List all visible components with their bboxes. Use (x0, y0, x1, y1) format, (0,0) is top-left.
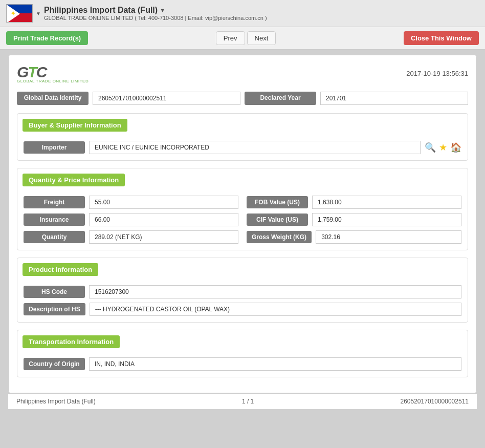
buyer-supplier-section: Buyer & Supplier Information Importer EU… (17, 113, 468, 161)
flag-dropdown-arrow[interactable]: ▼ (36, 11, 41, 16)
importer-icons: 🔍 ★ 🏠 (425, 142, 461, 153)
country-of-origin-row: Country of Origin IN, IND, INDIA (24, 357, 461, 371)
transportation-section-title: Transportation Information (23, 335, 120, 348)
global-data-identity-value: 26052017010000002511 (93, 92, 240, 105)
importer-label: Importer (24, 141, 85, 154)
quantity-price-body: Freight 55.00 FOB Value (US) 1,638.00 In… (17, 191, 468, 250)
declared-year-label: Declared Year (245, 92, 316, 105)
hs-code-value: 1516207300 (89, 285, 461, 298)
title-dropdown-arrow[interactable]: ▼ (160, 7, 165, 13)
toolbar: Print Trade Record(s) Prev Next Close Th… (0, 27, 485, 50)
cif-value: 1,759.00 (312, 213, 461, 226)
insurance-value: 66.00 (89, 213, 238, 226)
gross-weight-value: 302.16 (316, 230, 461, 244)
company-logo: GTC (17, 63, 46, 81)
identity-row: Global Data Identity 2605201701000000251… (17, 92, 468, 105)
transportation-body: Country of Origin IN, IND, INDIA (17, 353, 468, 377)
importer-value: EUNICE INC / EUNICE INCORPORATED (89, 141, 421, 154)
record-footer: Philippines Import Data (Full) 1 / 1 260… (8, 393, 477, 409)
logo-area: GTC GLOBAL TRADE ONLINE LIMITED (17, 63, 89, 83)
hs-code-row: HS Code 1516207300 (24, 285, 461, 298)
gross-weight-label: Gross Weight (KG) (247, 231, 312, 243)
logo-text: GTC (17, 63, 46, 81)
next-button[interactable]: Next (247, 31, 276, 45)
close-window-button[interactable]: Close This Window (404, 31, 479, 45)
quantity-value: 289.02 (NET KG) (89, 230, 238, 244)
description-label: Description of HS (24, 303, 85, 315)
freight-label: Freight (24, 196, 85, 208)
description-value: --- HYDROGENATED CASTOR OIL (OPAL WAX) (90, 303, 461, 316)
top-bar: ✦ ▼ Philippines Import Data (Full) ▼ GLO… (0, 0, 485, 27)
star-icon[interactable]: ★ (439, 142, 447, 153)
row-quantity-grossweight: Quantity 289.02 (NET KG) Gross Weight (K… (24, 230, 461, 244)
product-body: HS Code 1516207300 Description of HS ---… (17, 281, 468, 322)
buyer-supplier-section-title: Buyer & Supplier Information (23, 119, 127, 132)
footer-page-info: 1 / 1 (242, 398, 254, 405)
cif-label: CIF Value (US) (247, 214, 308, 226)
quantity-label: Quantity (24, 231, 85, 243)
transportation-section: Transportation Information Country of Or… (17, 330, 468, 377)
flag-icon[interactable]: ✦ (6, 4, 33, 23)
product-section-title: Product Information (23, 263, 98, 276)
hs-code-label: HS Code (24, 286, 85, 298)
record-card: GTC GLOBAL TRADE ONLINE LIMITED 2017-10-… (8, 55, 477, 393)
product-section: Product Information HS Code 1516207300 D… (17, 258, 468, 323)
quantity-price-section: Quantity & Price Information Freight 55.… (17, 168, 468, 250)
app-title-area: Philippines Import Data (Full) ▼ GLOBAL … (44, 6, 267, 21)
description-row: Description of HS --- HYDROGENATED CASTO… (24, 303, 461, 316)
buyer-supplier-body: Importer EUNICE INC / EUNICE INCORPORATE… (17, 137, 468, 160)
fob-label: FOB Value (US) (247, 196, 308, 208)
app-title: Philippines Import Data (Full) (44, 6, 158, 15)
footer-record-name: Philippines Import Data (Full) (16, 398, 96, 405)
fob-value: 1,638.00 (312, 196, 461, 209)
search-icon[interactable]: 🔍 (425, 142, 436, 153)
print-button[interactable]: Print Trade Record(s) (6, 31, 88, 45)
declared-year-value: 201701 (320, 92, 468, 105)
insurance-label: Insurance (24, 214, 85, 226)
quantity-price-section-title: Quantity & Price Information (23, 174, 125, 186)
home-icon[interactable]: 🏠 (450, 142, 461, 153)
footer-record-id: 26052017010000002511 (401, 398, 469, 405)
logo-subtitle: GLOBAL TRADE ONLINE LIMITED (17, 79, 89, 83)
nav-buttons: Prev Next (216, 31, 276, 45)
freight-value: 55.00 (89, 196, 238, 209)
record-header: GTC GLOBAL TRADE ONLINE LIMITED 2017-10-… (17, 63, 468, 83)
main-content: GTC GLOBAL TRADE ONLINE LIMITED 2017-10-… (0, 50, 485, 414)
importer-row: Importer EUNICE INC / EUNICE INCORPORATE… (24, 141, 461, 154)
record-datetime: 2017-10-19 13:56:31 (406, 70, 468, 77)
prev-button[interactable]: Prev (216, 31, 245, 45)
row-insurance-cif: Insurance 66.00 CIF Value (US) 1,759.00 (24, 213, 461, 226)
company-info: GLOBAL TRADE ONLINE LIMITED ( Tel: 400-7… (44, 15, 267, 21)
global-data-identity-label: Global Data Identity (17, 92, 89, 105)
flag-sun-icon: ✦ (10, 9, 16, 17)
row-freight-fob: Freight 55.00 FOB Value (US) 1,638.00 (24, 196, 461, 209)
country-of-origin-label: Country of Origin (24, 358, 85, 370)
country-of-origin-value: IN, IND, INDIA (89, 357, 461, 371)
